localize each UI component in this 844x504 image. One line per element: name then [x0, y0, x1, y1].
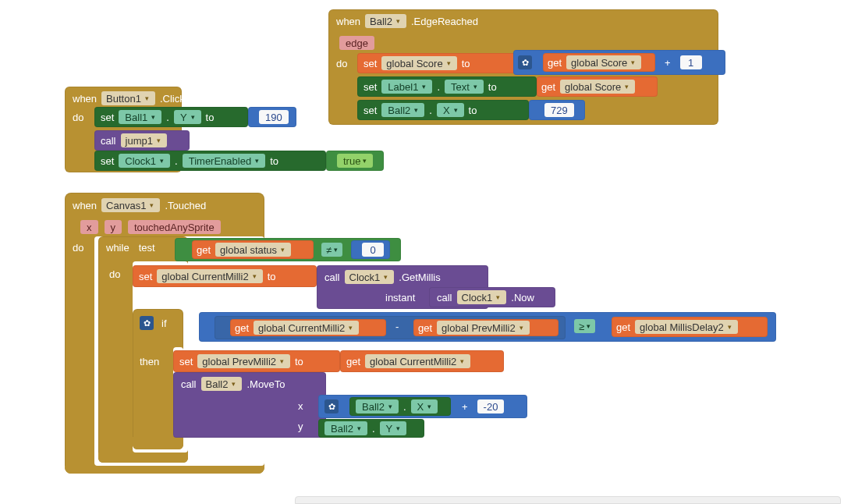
get-global-score[interactable]: get global Score	[543, 53, 655, 72]
call-ball2-moveto[interactable]: call Ball2 .MoveTo x y	[173, 372, 326, 438]
call-jump1[interactable]: call jump1	[94, 130, 190, 151]
param-y: y	[105, 220, 122, 234]
component-dropdown-canvas1[interactable]: Canvas1	[101, 198, 160, 212]
get-prevmilli2-if[interactable]: get global PrevMilli2	[413, 319, 559, 336]
number-literal-neg20[interactable]: -20	[477, 399, 505, 413]
arg-y: y	[298, 421, 303, 432]
property-dropdown-text[interactable]: Text	[445, 80, 484, 94]
boolean-true-socket[interactable]: true	[326, 151, 384, 171]
while-foot	[98, 453, 188, 463]
var-dropdown-currentmilli2-2[interactable]: global CurrentMilli2	[254, 321, 359, 335]
keyword-get: get	[541, 81, 555, 93]
number-literal-729[interactable]: 729	[544, 103, 574, 117]
get-currentmilli2-if[interactable]: get global CurrentMilli2	[230, 319, 386, 336]
component-dropdown-label1[interactable]: Label1	[381, 80, 432, 94]
set-ball1-y[interactable]: set Ball1 . Y to	[94, 107, 248, 127]
gear-icon[interactable]: ✿	[324, 399, 339, 413]
dot: .	[166, 112, 169, 123]
foot	[65, 466, 264, 474]
component-dropdown-ball2-4[interactable]: Ball2	[356, 399, 399, 413]
if-foot	[133, 437, 183, 449]
get-ball2-x[interactable]: Ball2 . X	[349, 397, 451, 416]
boolean-literal-true[interactable]: true	[337, 154, 373, 168]
component-dropdown-ball2-2[interactable]: Ball2	[381, 103, 424, 117]
dot: .	[175, 155, 178, 167]
var-dropdown-currentmilli2[interactable]: global CurrentMilli2	[157, 269, 262, 283]
param-edge: edge	[339, 36, 374, 50]
keyword-set: set	[179, 356, 193, 367]
component-dropdown-ball2[interactable]: Ball2	[365, 14, 406, 28]
keyword-set: set	[363, 58, 377, 69]
property-dropdown-y-2[interactable]: Y	[380, 421, 407, 435]
component-dropdown-ball2-3[interactable]: Ball2	[201, 377, 243, 391]
set-label1-text[interactable]: set Label1 . Text to	[357, 76, 537, 97]
component-dropdown-clock1-2[interactable]: Clock1	[345, 270, 395, 284]
get-currentmilli2-then[interactable]: get global CurrentMilli2	[340, 350, 504, 372]
set-global-currentmilli2[interactable]: set global CurrentMilli2 to	[133, 265, 317, 287]
property-dropdown-x[interactable]: X	[437, 103, 464, 117]
keyword-then: then	[140, 356, 159, 367]
keyword-do: do	[73, 242, 83, 254]
keyword-when: when	[73, 93, 97, 105]
plus-op-2: +	[462, 401, 468, 413]
component-dropdown-ball1[interactable]: Ball1	[119, 110, 161, 124]
set-ball2-x[interactable]: set Ball2 . X to	[357, 100, 529, 120]
keyword-to: to	[488, 81, 497, 93]
set-clock1-timerenabled[interactable]: set Clock1 . TimerEnabled to	[94, 151, 326, 171]
keyword-to: to	[462, 58, 470, 69]
get-global-score-2[interactable]: get global Score	[537, 76, 658, 97]
keyword-test: test	[139, 242, 155, 254]
component-dropdown-clock1-3[interactable]: Clock1	[457, 290, 507, 304]
param-x: x	[80, 220, 98, 234]
method-moveto: .MoveTo	[246, 378, 285, 390]
get-global-status[interactable]: get global status	[192, 240, 314, 259]
component-dropdown-ball2-5[interactable]: Ball2	[324, 421, 367, 435]
keyword-set: set	[101, 112, 114, 123]
set-global-prevmilli2[interactable]: set global PrevMilli2 to	[173, 350, 340, 372]
keyword-set: set	[363, 81, 377, 93]
keyword-if: if	[161, 318, 167, 329]
number-socket-729[interactable]: 729	[529, 100, 585, 120]
var-dropdown-currentmilli2-3[interactable]: global CurrentMilli2	[365, 354, 470, 368]
proc-dropdown-jump1[interactable]: jump1	[121, 133, 167, 147]
method-now: .Now	[511, 292, 534, 303]
var-dropdown-prevmilli2-2[interactable]: global PrevMilli2	[197, 354, 290, 368]
get-millisdelay2[interactable]: get global MillisDelay2	[612, 317, 768, 337]
keyword-to: to	[270, 155, 278, 167]
keyword-when: when	[336, 16, 360, 27]
component-dropdown-button1[interactable]: Button1	[101, 91, 155, 105]
number-socket-0[interactable]: 0	[351, 240, 390, 259]
call-clock1-now[interactable]: call Clock1 .Now	[429, 287, 555, 307]
var-dropdown-millisdelay2[interactable]: global MillisDelay2	[635, 320, 738, 334]
number-socket-190[interactable]: 190	[248, 107, 296, 127]
keyword-to: to	[469, 105, 477, 116]
arg-instant: instant	[385, 292, 415, 303]
property-dropdown-x-2[interactable]: X	[411, 399, 438, 413]
gear-icon[interactable]: ✿	[140, 316, 154, 330]
keyword-call: call	[437, 292, 452, 303]
keyword-get: get	[548, 57, 562, 69]
number-literal-190[interactable]: 190	[259, 110, 289, 124]
keyword-call: call	[101, 135, 116, 147]
gear-icon[interactable]: ✿	[518, 55, 532, 69]
gte-operator[interactable]: ≥	[574, 319, 595, 333]
event-suffix: .EdgeReached	[411, 16, 478, 27]
number-literal-1[interactable]: 1	[680, 55, 702, 69]
neq-operator[interactable]: ≠	[321, 243, 342, 257]
keyword-get: get	[235, 322, 249, 334]
keyword-do: do	[336, 58, 347, 69]
set-global-score[interactable]: set global Score to	[357, 53, 521, 73]
property-dropdown-y[interactable]: Y	[174, 110, 201, 124]
get-ball2-y[interactable]: Ball2 . Y	[318, 419, 424, 438]
var-dropdown-global-status[interactable]: global status	[215, 243, 291, 257]
property-dropdown-timerenabled[interactable]: TimerEnabled	[183, 154, 265, 168]
var-dropdown-global-score[interactable]: global Score	[381, 56, 456, 70]
keyword-do-inner: do	[109, 268, 120, 280]
var-dropdown-global-score-3[interactable]: global Score	[560, 80, 635, 94]
number-literal-0[interactable]: 0	[362, 243, 384, 257]
keyword-do: do	[73, 112, 83, 123]
var-dropdown-global-score-right[interactable]: global Score	[566, 55, 641, 69]
var-dropdown-prevmilli2[interactable]: global PrevMilli2	[437, 321, 530, 335]
keyword-set: set	[363, 105, 377, 116]
component-dropdown-clock1[interactable]: Clock1	[119, 154, 170, 168]
